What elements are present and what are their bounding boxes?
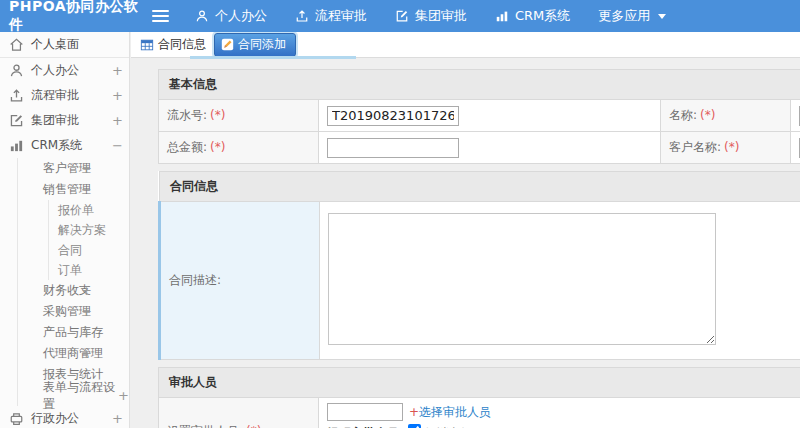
sidebar-item-order[interactable]: 订单 [49, 260, 129, 280]
sidebar-item-product-inventory[interactable]: 产品与库存 + [18, 322, 129, 343]
amount-label: 总金额:(*) [159, 132, 319, 164]
table-row: 合同描述: [160, 202, 800, 360]
table-row: 总金额:(*) 客户名称:(*) [159, 132, 800, 164]
expand-toggle[interactable]: + [112, 411, 123, 426]
sidebar-item-process-approval[interactable]: 流程审批 + [0, 83, 129, 108]
expand-toggle[interactable]: + [81, 325, 92, 340]
sidebar-item-quotation[interactable]: 报价单 [49, 200, 129, 220]
basic-info-section: 基本信息 流水号:(*) 名称:(*) 总金额:(*) 客 [158, 69, 800, 164]
nav-group-approval[interactable]: 集团审批 [395, 7, 467, 25]
expand-toggle[interactable]: + [112, 88, 123, 103]
sidebar-item-finance[interactable]: 财务收支 + [18, 280, 129, 301]
sidebar-item-personal-office[interactable]: 个人办公 + [0, 58, 129, 83]
bar-chart-icon [495, 9, 509, 23]
choose-approver-link[interactable]: +选择审批人员 [409, 405, 491, 419]
pencil-icon [221, 38, 234, 51]
amount-input[interactable] [327, 138, 459, 158]
top-header: PHPOA协同办公软件 个人办公 流程审批 集团审批 CRM系统 更多应用 [0, 0, 800, 32]
required-mark: (*) [700, 108, 715, 122]
expand-toggle[interactable]: + [112, 113, 123, 128]
contract-form: 基本信息 流水号:(*) 名称:(*) 总金额:(*) 客 [158, 69, 800, 428]
nav-process-approval[interactable]: 流程审批 [295, 7, 367, 25]
person-icon [195, 9, 209, 23]
sales-submenu: 报价单 解决方案 合同 订单 [48, 200, 129, 280]
app-logo: PHPOA协同办公软件 [0, 0, 140, 34]
table-row: 设置审批人员:(*) +选择审批人员 提醒审批人员: 短消息提示 注: 流程第一… [159, 398, 800, 428]
crm-submenu: 客户管理 + 销售管理 − 报价单 解决方案 合同 订单 财务收支 + [17, 158, 129, 406]
sidebar-item-agent-mgmt[interactable]: 代理商管理 + [18, 343, 129, 364]
sidebar-item-group-approval[interactable]: 集团审批 + [0, 108, 129, 133]
tab-contract-add-active[interactable]: 合同添加 [214, 33, 296, 57]
expand-toggle[interactable]: + [81, 161, 92, 176]
expand-toggle[interactable]: + [81, 346, 92, 361]
sidebar-item-crm[interactable]: CRM系统 − [0, 133, 129, 158]
sidebar-item-customer-mgmt[interactable]: 客户管理 + [18, 158, 129, 179]
contract-info-section: 合同信息 合同描述: [158, 171, 800, 360]
person-icon [9, 63, 24, 78]
chevron-down-icon [658, 14, 666, 19]
nav-crm[interactable]: CRM系统 [495, 7, 570, 25]
collapse-toggle[interactable]: − [81, 182, 92, 197]
upload-icon [9, 88, 24, 103]
main-content: 合同信息 合同添加 基本信息 流水号:(*) 名称:(*) [131, 32, 800, 428]
expand-toggle[interactable]: + [81, 304, 92, 319]
upload-icon [295, 9, 309, 23]
name-label: 名称:(*) [661, 100, 791, 132]
printer-icon [9, 411, 24, 426]
sidebar-item-solution[interactable]: 解决方案 [49, 220, 129, 240]
required-mark: (*) [210, 140, 225, 154]
sidebar-item-desktop[interactable]: 个人桌面 [0, 32, 129, 58]
sidebar-item-admin-office[interactable]: 行政办公 + [0, 406, 129, 428]
approver-section: 审批人员 设置审批人员:(*) +选择审批人员 提醒审批人员: 短消息提示 注:… [158, 367, 800, 428]
sidebar-item-purchase[interactable]: 采购管理 + [18, 301, 129, 322]
sidebar-item-sales-mgmt[interactable]: 销售管理 − [18, 179, 129, 200]
tab-contract-info[interactable]: 合同信息 [140, 36, 206, 53]
required-mark: (*) [724, 140, 739, 154]
section-title-contract: 合同信息 [160, 172, 800, 202]
expand-toggle[interactable]: + [81, 283, 92, 298]
sidebar-item-form-flow-settings[interactable]: 表单与流程设置 + [18, 385, 129, 406]
top-nav: 个人办公 流程审批 集团审批 CRM系统 更多应用 [195, 7, 666, 25]
contract-desc-label: 合同描述: [160, 202, 320, 360]
table-icon [140, 38, 154, 52]
approver-input[interactable] [327, 403, 403, 421]
expand-toggle[interactable]: + [118, 388, 129, 403]
customer-label: 客户名称:(*) [661, 132, 791, 164]
nav-personal-office[interactable]: 个人办公 [195, 7, 267, 25]
tab-bar: 合同信息 合同添加 [131, 32, 800, 58]
required-mark: (*) [210, 108, 225, 122]
sms-checkbox[interactable] [408, 424, 421, 428]
sidebar-item-contract[interactable]: 合同 [49, 240, 129, 260]
bar-chart-icon [9, 138, 24, 153]
section-title-approver: 审批人员 [159, 368, 800, 398]
contract-desc-textarea[interactable] [328, 213, 716, 345]
serial-input[interactable] [327, 106, 459, 126]
set-approver-label: 设置审批人员:(*) [159, 398, 319, 428]
collapse-toggle[interactable]: − [112, 138, 123, 153]
serial-label: 流水号:(*) [159, 100, 319, 132]
edit-icon [395, 9, 409, 23]
section-title-basic: 基本信息 [159, 70, 800, 100]
sidebar: 个人桌面 个人办公 + 流程审批 + 集团审批 + CRM系统 − 客户管理 +… [0, 32, 130, 428]
menu-toggle-icon[interactable] [152, 10, 169, 22]
edit-icon [9, 113, 24, 128]
table-row: 流水号:(*) 名称:(*) [159, 100, 800, 132]
nav-more-apps[interactable]: 更多应用 [598, 7, 666, 25]
active-tab-underline [190, 56, 356, 59]
expand-toggle[interactable]: + [112, 63, 123, 78]
home-icon [9, 37, 24, 52]
required-mark: (*) [246, 424, 261, 428]
